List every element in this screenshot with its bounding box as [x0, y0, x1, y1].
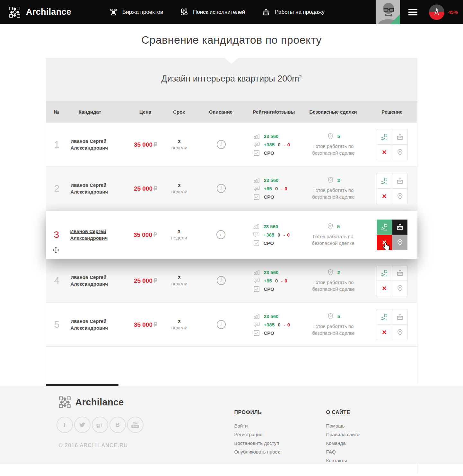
hamburger-menu-icon[interactable]	[408, 8, 417, 17]
sro-label: СРО	[264, 286, 274, 292]
close-icon: ✕	[382, 149, 387, 155]
footer-link-contacts[interactable]: Контакты	[326, 458, 360, 463]
brand-logo[interactable]: Archilance	[9, 6, 71, 18]
hire-button[interactable]	[377, 129, 392, 144]
location-add-button[interactable]	[392, 235, 407, 250]
reviews-neutral: 0	[278, 322, 280, 327]
row-number: 4	[54, 275, 60, 286]
send-message-button[interactable]	[392, 220, 407, 235]
footer-link-register[interactable]: Регистрация	[234, 432, 282, 437]
sro-checkbox-icon	[253, 150, 260, 156]
hire-button[interactable]	[377, 173, 392, 188]
send-message-button[interactable]	[392, 129, 407, 144]
binoculars-icon	[180, 8, 188, 16]
deals-count: 5	[337, 134, 340, 139]
footer-link-publish-project[interactable]: Опубликовать проект	[234, 449, 282, 454]
facebook-icon[interactable]: f	[57, 417, 73, 433]
ratings-cell: 23 560 +3850-0 СРО	[245, 131, 300, 158]
reviews-positive: +85	[264, 278, 272, 283]
shield-icon	[327, 313, 334, 320]
reject-button[interactable]: ✕	[377, 235, 392, 250]
deals-count: 2	[337, 177, 340, 183]
twitter-icon[interactable]	[74, 417, 91, 433]
footer-link-login[interactable]: Войти	[234, 423, 282, 428]
footer-profile-column: ПРОФИЛЬ Войти Регистрация Востановить до…	[234, 410, 282, 458]
user-avatar[interactable]	[376, 0, 400, 24]
send-message-button[interactable]	[392, 309, 407, 325]
hand-money-icon	[381, 133, 388, 141]
currency-ruble: ₽	[153, 141, 157, 148]
drafting-compass-icon	[432, 8, 441, 16]
candidate-name: Иванов СергейАлександрович	[71, 138, 130, 151]
footer-link-help[interactable]: Помощь	[326, 423, 360, 428]
send-message-button[interactable]	[392, 173, 407, 188]
safe-deals-cell: 2 Готов работать побезопасной сделке	[300, 177, 367, 200]
location-add-button[interactable]	[392, 145, 407, 160]
reviews-neutral: 0	[275, 186, 278, 191]
hire-button[interactable]	[377, 265, 392, 281]
google-plus-icon[interactable]: g+	[92, 417, 108, 433]
reject-button[interactable]: ✕	[377, 145, 392, 160]
footer-logo[interactable]: Archilance	[59, 396, 417, 408]
reject-button[interactable]: ✕	[377, 325, 392, 340]
footer-link-faq[interactable]: FAQ	[326, 449, 360, 454]
sro-label: СРО	[264, 240, 274, 246]
sro-checkbox-icon	[253, 240, 260, 247]
location-add-button[interactable]	[392, 281, 407, 296]
hand-money-icon	[381, 313, 388, 321]
shield-icon	[327, 223, 334, 230]
nav-item-find-performers[interactable]: Поиск исполнителей	[180, 8, 245, 16]
ratings-cell: 23 560 +850-0 СРО	[245, 175, 300, 202]
location-add-button[interactable]	[392, 325, 407, 340]
nav-item-works-for-sale[interactable]: Работы на продажу	[262, 8, 325, 16]
compass-progress-icon[interactable]	[429, 4, 444, 20]
footer-link-team[interactable]: Команда	[326, 440, 360, 446]
info-icon[interactable]	[217, 184, 226, 193]
price: 25 000	[134, 185, 153, 192]
reviews-dash: -	[281, 186, 283, 191]
hand-money-icon	[381, 223, 388, 231]
youtube-icon[interactable]: You Tube	[127, 417, 144, 433]
views-count: 23 560	[264, 177, 279, 183]
price: 35 000	[134, 321, 153, 328]
archilance-logo-icon	[59, 396, 71, 408]
col-header-candidate: Кандидат	[68, 109, 129, 115]
send-message-button[interactable]	[392, 265, 407, 281]
drag-move-icon[interactable]	[52, 247, 59, 254]
reviews-dash: -	[281, 278, 283, 283]
nav-item-projects-exchange[interactable]: Биржа проектов	[109, 8, 163, 16]
decision-buttons: ✕	[377, 173, 408, 204]
table-row-active: 3 Иванов СергейАлександрович 35 000₽ 3не…	[46, 211, 417, 259]
header-right: 45%	[376, 0, 463, 24]
info-icon[interactable]	[216, 230, 225, 239]
reviews-positive: +85	[264, 186, 272, 191]
views-count: 23 560	[264, 314, 279, 319]
pin-plus-icon	[396, 149, 404, 156]
info-icon[interactable]	[217, 140, 226, 149]
pin-plus-icon	[396, 285, 404, 292]
reviews-negative: 0	[284, 186, 287, 191]
info-icon[interactable]	[217, 320, 226, 329]
location-add-button[interactable]	[392, 189, 407, 204]
col-header-ratings: Рейтинги/отзывы	[245, 109, 300, 115]
envelope-up-icon	[396, 223, 404, 231]
hire-button[interactable]	[377, 309, 392, 325]
term-value: 3	[162, 183, 197, 188]
envelope-up-icon	[396, 269, 404, 277]
hire-button[interactable]	[377, 220, 392, 235]
brand-name: Archilance	[26, 7, 71, 17]
info-icon[interactable]	[217, 276, 226, 285]
footer-about-column: О САЙТЕ Помощь Правила сайта Команда FAQ…	[326, 410, 360, 466]
reject-button[interactable]: ✕	[377, 189, 392, 204]
vk-icon[interactable]: B	[109, 417, 126, 433]
row-number: 5	[54, 319, 60, 330]
row-number: 3	[54, 229, 59, 240]
footer-link-rules[interactable]: Правила сайта	[326, 432, 360, 437]
reject-button[interactable]: ✕	[377, 281, 392, 296]
avatar-photo	[376, 0, 400, 24]
reviews-negative: 0	[287, 142, 290, 147]
col-header-decision: Решение	[367, 109, 417, 115]
footer-link-restore-access[interactable]: Востановить доступ	[234, 440, 282, 446]
candidate-name-link[interactable]: Иванов СергейАлександрович	[70, 228, 129, 241]
safe-deals-cell: 5 Готов работать побезопасной сделке	[300, 313, 367, 336]
